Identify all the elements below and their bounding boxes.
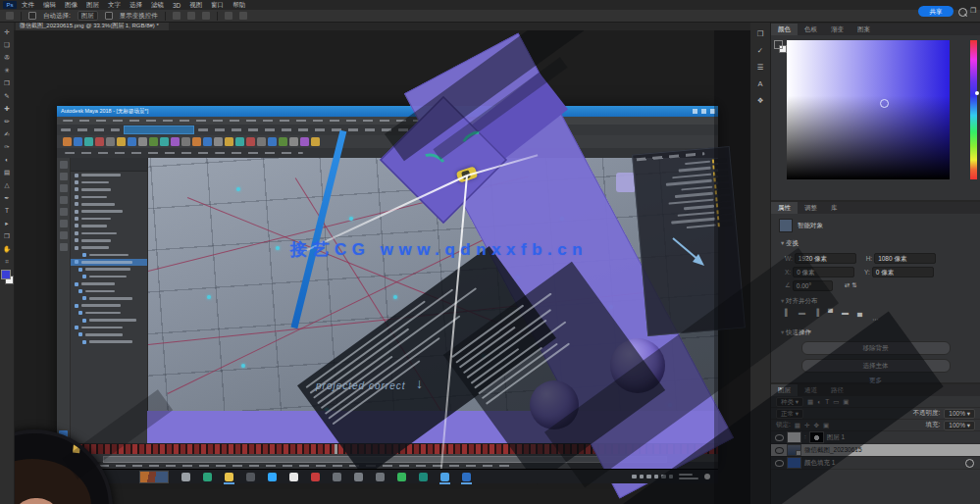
taskbar-icon-app-blue[interactable]	[462, 473, 471, 481]
tool-icon[interactable]: ✑	[4, 140, 9, 153]
color-picker-marker[interactable]	[880, 99, 889, 108]
align-bottom-icon[interactable]: ▄	[857, 309, 862, 316]
align-right-icon[interactable]: ▐	[814, 309, 819, 316]
canvas[interactable]: Autodesk Maya 2018 - [无标题场景*]	[14, 30, 750, 504]
taskbar-icon-browser[interactable]	[203, 473, 212, 481]
tab-swatches[interactable]: 色板	[798, 24, 824, 35]
tool-icon[interactable]: ❐	[4, 76, 10, 89]
flip-vertical-icon[interactable]: ⇅	[851, 281, 856, 289]
tool-icon[interactable]: ❏	[4, 38, 10, 51]
tab-patterns[interactable]: 图案	[851, 24, 877, 35]
tab-libraries[interactable]: 库	[824, 202, 845, 214]
visibility-eye-icon[interactable]	[775, 434, 784, 441]
align-center-h-icon[interactable]: ▬	[799, 309, 805, 316]
foreground-background-swatches[interactable]	[774, 40, 786, 52]
angle-field[interactable]: 0.00°	[793, 280, 833, 291]
quick-actions-title[interactable]: 快速操作	[781, 328, 980, 337]
taskbar-icon-app-light[interactable]	[289, 473, 298, 481]
tool-icon[interactable]: ✳	[4, 64, 9, 76]
filter-smart-icon[interactable]: ▣	[843, 398, 849, 406]
visibility-eye-icon[interactable]	[775, 447, 784, 454]
flip-horizontal-icon[interactable]: ⇄	[845, 281, 850, 289]
tab-layers[interactable]: 图层	[771, 384, 798, 396]
tab-adjustments[interactable]: 调整	[798, 202, 824, 214]
taskbar-icon-netease-music[interactable]	[311, 473, 320, 481]
tool-icon[interactable]: ✛	[4, 25, 9, 38]
tool-icon[interactable]: T	[5, 204, 9, 217]
blend-mode-dropdown[interactable]: 正常 ▾	[776, 409, 803, 419]
taskbar-icon-maya[interactable]	[440, 473, 449, 481]
align-left-icon[interactable]	[173, 12, 181, 20]
menu-window[interactable]: 窗口	[211, 1, 224, 10]
share-button[interactable]: 共享	[918, 6, 954, 17]
hue-slider[interactable]	[970, 40, 977, 179]
remove-background-button[interactable]: 移除背景	[801, 341, 951, 355]
align-left-icon[interactable]: ▌	[785, 309, 790, 316]
layer-row[interactable]: 颜色填充 1	[771, 457, 980, 470]
layer-mask-thumbnail[interactable]	[809, 431, 824, 443]
tool-icon[interactable]: ✍	[4, 127, 9, 140]
workspace-icon[interactable]: ❒	[970, 7, 976, 15]
color-picker-field[interactable]	[787, 40, 950, 179]
menu-select[interactable]: 选择	[129, 1, 142, 10]
lock-all-icon[interactable]: ▣	[823, 422, 829, 429]
taskbar-icon-security[interactable]	[419, 473, 428, 481]
tool-icon[interactable]: ⌗	[5, 255, 9, 268]
collapsed-panel-icon[interactable]: ☰	[757, 63, 764, 72]
layer-row[interactable]: ∶ 图层 1	[771, 431, 980, 444]
tool-icon[interactable]: △	[5, 178, 10, 191]
layer-name[interactable]: 微信截图_20230615	[804, 446, 862, 455]
menu-help[interactable]: 帮助	[232, 1, 245, 10]
taskbar-icon-wechat[interactable]	[397, 473, 406, 481]
menu-layer[interactable]: 图层	[86, 1, 99, 10]
align-center-icon[interactable]	[187, 12, 195, 20]
menu-type[interactable]: 文字	[108, 1, 121, 10]
lock-position-icon[interactable]: ✥	[813, 422, 818, 429]
toolbar-color-swatches[interactable]	[1, 270, 13, 283]
taskbar-icon-app-gray-2[interactable]	[354, 473, 363, 481]
layer-row-selected[interactable]: 微信截图_20230615	[771, 444, 980, 457]
visibility-eye-icon[interactable]	[775, 460, 784, 467]
align-top-icon[interactable]: ▀	[828, 309, 833, 316]
taskbar-icon-app-gray-1[interactable]	[333, 473, 341, 481]
collapsed-panel-icon[interactable]: ✓	[757, 46, 763, 55]
tab-channels[interactable]: 通道	[798, 384, 824, 396]
taskbar-icon-file-explorer[interactable]	[225, 473, 233, 481]
height-field[interactable]: 1080 像素	[874, 253, 936, 264]
tab-paths[interactable]: 路径	[824, 384, 851, 396]
layer-thumbnail[interactable]	[787, 444, 801, 456]
y-field[interactable]: 0 像素	[872, 267, 934, 277]
menu-filter[interactable]: 滤镜	[151, 1, 164, 10]
menu-view[interactable]: 视图	[189, 1, 202, 10]
layer-name[interactable]: 图层 1	[827, 433, 845, 442]
effects-icon[interactable]	[965, 459, 974, 468]
hue-slider-marker[interactable]	[975, 91, 979, 95]
auto-select-checkbox[interactable]	[28, 12, 36, 20]
x-field[interactable]: 0 像素	[793, 267, 854, 277]
tool-icon[interactable]: ◐	[5, 153, 9, 166]
tool-icon[interactable]: ❒	[4, 229, 10, 242]
layer-thumbnail[interactable]	[787, 457, 801, 469]
transform-section-title[interactable]: 变换	[781, 239, 980, 248]
more-align-icon[interactable]: ⋯	[771, 316, 980, 324]
filter-type-icon[interactable]: T	[825, 398, 829, 405]
auto-select-dropdown[interactable]: 图层	[77, 11, 98, 21]
filter-adjustment-icon[interactable]: ◐	[817, 398, 821, 405]
tab-color[interactable]: 颜色	[771, 24, 798, 35]
menu-image[interactable]: 图像	[65, 1, 77, 10]
select-subject-button[interactable]: 选择主体	[801, 359, 951, 373]
taskbar-icon-app-dark[interactable]	[246, 473, 255, 481]
filter-kind-dropdown[interactable]: 种类 ▾	[776, 397, 803, 407]
collapsed-panel-icon[interactable]: A	[757, 79, 762, 88]
tool-icon[interactable]: ✇	[4, 51, 9, 64]
align-right-icon[interactable]	[202, 12, 210, 20]
align-section-title[interactable]: 对齐并分布	[781, 297, 980, 306]
tool-icon[interactable]: ✋	[3, 242, 11, 255]
tool-icon[interactable]: ✏	[4, 115, 9, 127]
opacity-value[interactable]: 100% ▾	[944, 409, 975, 419]
tool-icon[interactable]: ▤	[4, 166, 10, 178]
align-middle-icon[interactable]: ▬	[842, 309, 849, 316]
width-field[interactable]: 1920 像素	[795, 253, 856, 264]
menu-file[interactable]: 文件	[22, 1, 34, 10]
document-tab[interactable]: 微信截图_20230615.png @ 33.3%(图层 1, RGB/8#) …	[16, 22, 169, 30]
